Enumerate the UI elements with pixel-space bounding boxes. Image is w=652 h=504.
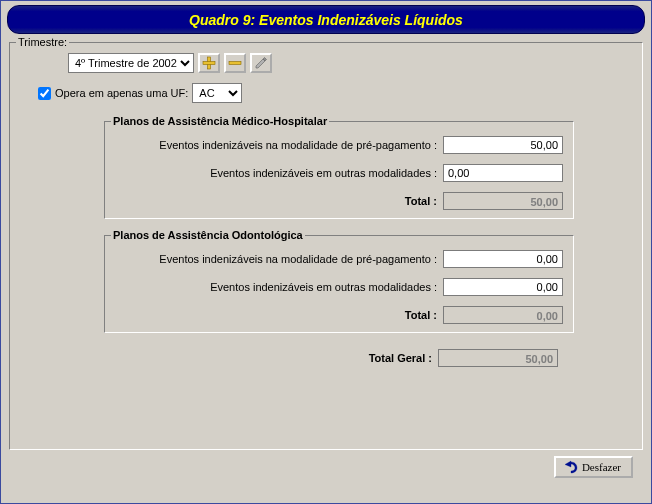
undo-icon bbox=[562, 460, 578, 474]
g1-row1-input[interactable] bbox=[443, 136, 563, 154]
grand-total-value: 50,00 bbox=[438, 349, 558, 367]
g2-total-label: Total : bbox=[405, 309, 437, 321]
g1-row2-label: Eventos indenizáveis em outras modalidad… bbox=[210, 167, 437, 179]
undo-button[interactable]: Desfazer bbox=[554, 456, 633, 478]
g2-row2-label: Eventos indenizáveis em outras modalidad… bbox=[210, 281, 437, 293]
svg-rect-2 bbox=[229, 62, 241, 65]
trimestre-select[interactable]: 4º Trimestre de 2002 bbox=[68, 53, 194, 73]
uf-select[interactable]: AC bbox=[192, 83, 242, 103]
page-title: Quadro 9: Eventos Indenizáveis Líquidos bbox=[7, 5, 645, 34]
svg-rect-1 bbox=[203, 62, 215, 65]
opera-uf-label: Opera em apenas uma UF: bbox=[55, 87, 188, 99]
remove-button[interactable] bbox=[224, 53, 246, 73]
group-odontologica: Planos de Assistência Odontológica Event… bbox=[104, 235, 574, 333]
undo-label: Desfazer bbox=[582, 461, 621, 473]
g1-total-label: Total : bbox=[405, 195, 437, 207]
grand-total-label: Total Geral : bbox=[369, 352, 432, 364]
g1-total-value: 50,00 bbox=[443, 192, 563, 210]
edit-button[interactable] bbox=[250, 53, 272, 73]
group-medico-hospitalar: Planos de Assistência Médico-Hospitalar … bbox=[104, 121, 574, 219]
opera-uf-checkbox[interactable] bbox=[38, 87, 51, 100]
g1-row1-label: Eventos indenizáveis na modalidade de pr… bbox=[159, 139, 437, 151]
add-button[interactable] bbox=[198, 53, 220, 73]
g2-total-value: 0,00 bbox=[443, 306, 563, 324]
group2-legend: Planos de Assistência Odontológica bbox=[111, 229, 305, 241]
g2-row2-input[interactable] bbox=[443, 278, 563, 296]
trimestre-label: Trimestre: bbox=[16, 36, 69, 48]
g1-row2-input[interactable] bbox=[443, 164, 563, 182]
svg-marker-3 bbox=[256, 59, 265, 68]
g2-row1-label: Eventos indenizáveis na modalidade de pr… bbox=[159, 253, 437, 265]
main-frame: Trimestre: 4º Trimestre de 2002 bbox=[9, 42, 643, 450]
group1-legend: Planos de Assistência Médico-Hospitalar bbox=[111, 115, 329, 127]
g2-row1-input[interactable] bbox=[443, 250, 563, 268]
